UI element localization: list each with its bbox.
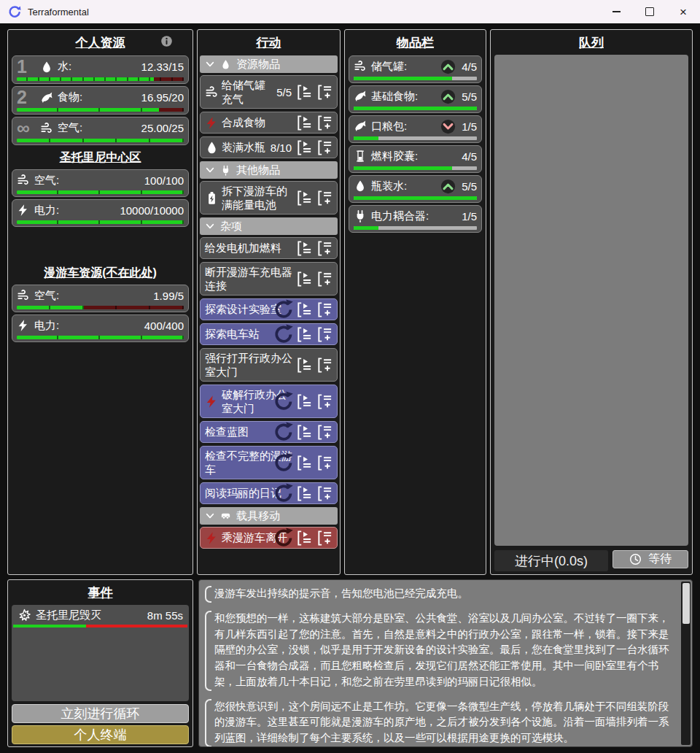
queue-front-button[interactable] — [295, 240, 314, 257]
queue-add-button[interactable] — [316, 530, 334, 547]
queue-front-button[interactable] — [295, 326, 314, 343]
queue-add-button[interactable] — [316, 139, 334, 156]
inventory-header: 物品栏 — [347, 32, 483, 54]
action-row[interactable]: 合成食物 — [200, 112, 338, 134]
item-count: 4/5 — [462, 150, 477, 163]
resource-value: 400/400 — [144, 320, 184, 332]
resource-row: ∞ 空气: 25.00/25 — [12, 117, 189, 145]
capsule-icon — [354, 150, 367, 163]
progress-bar — [17, 306, 184, 309]
item-count: 5/5 — [462, 180, 477, 193]
item-label: 基础食物: — [371, 90, 418, 104]
close-icon: × — [680, 6, 687, 18]
loop-now-button[interactable]: 立刻进行循环 — [12, 704, 189, 723]
queue-front-button[interactable] — [295, 271, 314, 287]
droplet-icon — [220, 59, 231, 70]
queue-add-button[interactable] — [316, 326, 334, 343]
queue-add-button[interactable] — [316, 240, 334, 257]
action-buttons — [295, 393, 334, 410]
inventory-info: 瓶装水: 5/5 — [354, 177, 477, 195]
queue-add-button[interactable] — [316, 84, 334, 101]
queue-front-button[interactable] — [295, 424, 314, 441]
action-row[interactable]: 探索电车站 — [200, 323, 338, 345]
wind-icon — [17, 289, 30, 302]
queue-front-button[interactable] — [295, 190, 314, 206]
action-label: 断开漫游车充电器连接 — [205, 265, 292, 293]
progress-bar — [17, 108, 184, 112]
plug-icon — [220, 165, 231, 176]
personal-terminal-button[interactable]: 个人终端 — [12, 725, 189, 744]
queue-add-button[interactable] — [316, 190, 334, 206]
action-section[interactable]: 资源物品 — [200, 55, 338, 73]
action-buttons — [295, 240, 334, 257]
action-row[interactable]: 阅读玛丽的日记 — [200, 482, 338, 504]
queue-front-button[interactable] — [295, 357, 314, 374]
close-button[interactable]: × — [666, 0, 700, 23]
item-label: 口粮包: — [371, 120, 407, 134]
action-row[interactable]: 拆下漫游车的满能量电池 — [200, 181, 338, 215]
queue-front-button[interactable] — [295, 115, 314, 131]
resource-label: 水: — [58, 60, 71, 74]
action-row[interactable]: 探索设计实验室 — [200, 298, 338, 320]
log-scrollbar[interactable] — [681, 582, 691, 745]
chev-icon — [205, 511, 215, 521]
queue-add-button[interactable] — [316, 271, 334, 287]
queue-add-button[interactable] — [316, 424, 334, 441]
action-label: 给发电机加燃料 — [205, 241, 292, 255]
queue-front-button[interactable] — [295, 455, 314, 471]
queue-add-button[interactable] — [316, 357, 334, 374]
rover-header: 漫游车资源(不在此处) — [10, 263, 190, 283]
action-label: 拆下漫游车的满能量电池 — [222, 184, 292, 212]
action-section[interactable]: 载具移动 — [200, 507, 338, 525]
rover-icon — [220, 511, 231, 522]
event-label: 圣托里尼毁灭 — [36, 609, 101, 622]
resource-info: 2 食物: 16.95/20 — [17, 88, 184, 107]
action-row[interactable]: 乘漫游车离开 — [200, 527, 338, 549]
action-section[interactable]: 其他物品 — [200, 161, 338, 179]
actions-title: 行动 — [257, 36, 281, 50]
action-section[interactable]: 杂项 — [200, 217, 338, 235]
queue-add-button[interactable] — [316, 393, 334, 410]
chev-icon — [205, 59, 215, 69]
action-row[interactable]: 检查不完整的漫游车 — [200, 446, 338, 479]
queue-front-button[interactable] — [295, 84, 314, 101]
queue-front-button[interactable] — [295, 485, 314, 502]
wait-button[interactable]: 等待 — [612, 550, 688, 568]
info-icon[interactable] — [160, 35, 173, 47]
queue-status: 进行中(0.0s) — [494, 550, 608, 571]
action-row[interactable]: 装满水瓶 8/10 — [200, 136, 338, 158]
queue-front-button[interactable] — [295, 393, 314, 410]
bar-ticks — [17, 190, 184, 194]
bar-ticks — [17, 220, 184, 224]
minimize-button[interactable] — [599, 0, 633, 23]
resource-label: 空气: — [34, 174, 59, 188]
queue-front-button[interactable] — [295, 139, 314, 156]
section-label: 其他物品 — [236, 163, 280, 177]
queue-panel: 队列 进行中(0.0s) 等待 — [490, 29, 693, 575]
action-row[interactable]: 检查蓝图 — [200, 421, 338, 443]
log-scrollbar-thumb[interactable] — [682, 583, 690, 624]
event-bar-fill — [13, 625, 86, 628]
resource-priority: ∞ — [17, 119, 36, 137]
burst-icon — [18, 609, 31, 622]
maximize-button[interactable] — [633, 0, 666, 23]
action-buttons — [295, 301, 334, 318]
action-row[interactable]: 强行打开行政办公室大门 — [200, 348, 338, 382]
queue-add-button[interactable] — [316, 485, 334, 502]
queue-add-button[interactable] — [316, 455, 334, 471]
resource-row: 电力: 400/400 — [12, 314, 189, 342]
queue-add-button[interactable] — [316, 301, 334, 318]
resource-row: 空气: 100/100 — [12, 169, 189, 197]
queue-front-button[interactable] — [295, 301, 314, 318]
bolt-icon — [17, 204, 30, 217]
action-row[interactable]: 断开漫游车充电器连接 — [200, 262, 338, 296]
action-row[interactable]: 破解行政办公室大门 — [200, 385, 338, 418]
section-label: 资源物品 — [236, 58, 280, 72]
action-row[interactable]: 给发电机加燃料 — [200, 237, 338, 259]
action-row[interactable]: 给储气罐充气 5/5 — [200, 75, 338, 109]
queue-front-button[interactable] — [295, 530, 314, 547]
progress-bar — [354, 136, 477, 140]
plug-icon — [354, 209, 367, 223]
queue-add-button[interactable] — [316, 115, 334, 131]
inventory-row: 电力耦合器: 1/5 — [349, 205, 482, 233]
